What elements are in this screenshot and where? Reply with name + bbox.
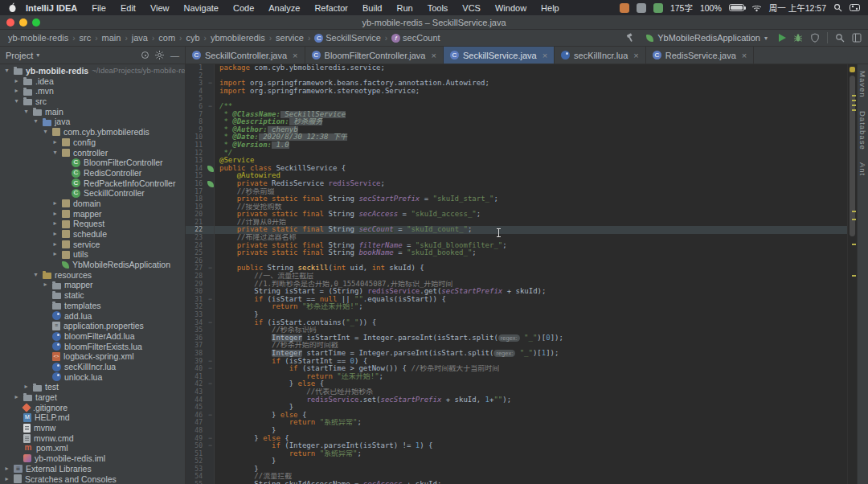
code-text[interactable]: import org.springframework.stereotype.Se…	[215, 88, 847, 96]
tree-item-config[interactable]: ▸config	[0, 137, 185, 148]
tab-close-icon[interactable]: ×	[293, 51, 297, 60]
settings-gear-icon[interactable]	[155, 51, 164, 59]
breadcrumb-item-yb-mobile-redis[interactable]: yb-mobile-redis	[6, 33, 70, 43]
fold-marker[interactable]: –	[208, 296, 211, 304]
tree-item-seckillincr-lua[interactable]: secKillIncr.lua	[0, 362, 185, 372]
warning-stripe-mark[interactable]	[852, 95, 856, 96]
menu-item-code[interactable]: Code	[226, 3, 261, 13]
gutter-line-number[interactable]: 33	[186, 311, 207, 319]
warning-stripe-mark[interactable]	[852, 105, 856, 106]
code-text[interactable]: //计算从0开始	[215, 219, 847, 227]
tab-close-icon[interactable]: ×	[742, 51, 747, 60]
fold-marker[interactable]: –	[208, 358, 211, 366]
build-hammer-icon[interactable]	[625, 33, 635, 43]
gutter-line-number[interactable]: 12	[186, 150, 207, 158]
coverage-button[interactable]	[810, 33, 820, 43]
code-text[interactable]: if (startTime > getNow()) { //秒杀时间戳大于当前时…	[215, 365, 847, 373]
tree-item-bloomfilteradd-lua[interactable]: bloomFilterAdd.lua	[0, 331, 185, 342]
code-text[interactable]	[215, 95, 847, 103]
code-text[interactable]: return "系统异常";	[215, 450, 847, 458]
code-text[interactable]: import org.springframework.beans.factory…	[215, 80, 847, 88]
locate-file-icon[interactable]	[141, 51, 149, 59]
tab-seckillservice-java[interactable]: SeckillService.java×	[444, 47, 555, 64]
tree-item-main[interactable]: ▾main	[0, 107, 185, 117]
gutter-line-number[interactable]: 35	[186, 326, 207, 334]
gutter-line-number[interactable]: 43	[186, 388, 207, 396]
tree-item-ybmobileredisapplication[interactable]: YbMobileRedisApplication	[0, 260, 185, 270]
warning-stripe-mark[interactable]	[852, 211, 856, 212]
code-text[interactable]: * @Version: 1.0	[215, 142, 847, 150]
tree-item-java[interactable]: ▾java	[0, 117, 185, 127]
gutter-line-number[interactable]: 46	[186, 412, 207, 420]
gutter-line-number[interactable]: 1	[186, 64, 207, 72]
gutter-line-number[interactable]: 21	[186, 219, 207, 227]
tree-expand-arrow[interactable]: ▸	[51, 137, 59, 148]
window-minimize-button[interactable]	[19, 18, 27, 27]
code-text[interactable]: }	[215, 457, 847, 466]
code-text[interactable]: public class SeckillService {	[215, 165, 847, 173]
tree-item-utils[interactable]: ▸utils	[0, 249, 185, 260]
gutter-line-number[interactable]: 27	[186, 265, 207, 273]
code-text[interactable]: } else {	[215, 380, 847, 388]
tree-collapse-arrow[interactable]: ▾	[51, 148, 59, 158]
tree-item-yb-mobile-redis-iml[interactable]: yb-mobile-redis.iml	[0, 453, 185, 464]
tree-item-redpacketinfocontroller[interactable]: RedPacketInfoController	[0, 178, 185, 189]
code-text[interactable]: private static final String filterName =…	[215, 242, 847, 250]
tree-item-logback-spring-xml[interactable]: logback-spring.xml	[0, 351, 185, 362]
tree-expand-arrow[interactable]: ▸	[13, 76, 20, 87]
code-text[interactable]: //代表已经开始秒杀	[215, 388, 847, 396]
gutter-line-number[interactable]: 2	[186, 72, 207, 80]
inspections-indicator[interactable]	[850, 67, 855, 72]
gutter-line-number[interactable]: 39	[186, 358, 207, 366]
tree-item-schedule[interactable]: ▸schedule	[0, 229, 185, 240]
gutter-line-number[interactable]: 7	[186, 111, 207, 119]
gutter-line-number[interactable]: 40	[186, 365, 207, 373]
breadcrumb-item-main[interactable]: main	[100, 33, 123, 43]
gutter-line-number[interactable]: 45	[186, 404, 207, 412]
code-text[interactable]: } else {	[215, 412, 847, 420]
spotlight-search-icon[interactable]	[833, 3, 842, 12]
fold-marker[interactable]: –	[208, 442, 211, 450]
code-text[interactable]: private static final String bookName = "…	[215, 249, 847, 257]
tab-bloomfiltercontroller-java[interactable]: BloomFilterController.java×	[305, 47, 444, 64]
fold-marker[interactable]: –	[208, 365, 211, 373]
tree-item-scratches-and-consoles[interactable]: ▸Scratches and Consoles	[0, 474, 185, 484]
tree-expand-arrow[interactable]: ▸	[3, 464, 10, 474]
status-app-icon-2[interactable]	[637, 3, 646, 13]
code-text[interactable]: Integer isStartInt = Integer.parseInt(is…	[215, 334, 847, 342]
bean-gutter-icon[interactable]	[207, 166, 214, 172]
tree-collapse-arrow[interactable]: ▾	[3, 66, 10, 76]
gutter-line-number[interactable]: 10	[186, 133, 207, 142]
gutter-line-number[interactable]: 29	[186, 281, 207, 289]
gutter-line-number[interactable]: 28	[186, 273, 207, 281]
gutter-line-number[interactable]: 25	[186, 249, 207, 257]
code-text[interactable]: * @Date: 2020/8/30 12:38 下午	[215, 133, 847, 142]
breadcrumb-item-java[interactable]: java	[130, 33, 149, 43]
menu-item-edit[interactable]: Edit	[113, 3, 143, 13]
code-text[interactable]: Integer startTime = Integer.parseInt(isS…	[215, 350, 847, 358]
tree-item-domain[interactable]: ▸domain	[0, 199, 185, 209]
breadcrumb-item-com[interactable]: com	[157, 33, 177, 43]
code-text[interactable]: * @ClassName: SeckillService	[215, 111, 847, 119]
gutter-line-number[interactable]: 32	[186, 303, 207, 311]
gutter-line-number[interactable]: 44	[186, 396, 207, 404]
breadcrumb-item-seccount[interactable]: secCount	[390, 33, 441, 43]
code-text[interactable]: @Service	[215, 157, 847, 165]
gutter-line-number[interactable]: 23	[186, 234, 207, 242]
tree-item-yb-mobile-redis[interactable]: ▾yb-mobile-redis ~/IdeaProjects/yb-mobil…	[0, 66, 185, 76]
run-configuration-select[interactable]: YbMobileRedisApplication ▾	[642, 32, 772, 43]
gutter-line-number[interactable]: 36	[186, 334, 207, 342]
tab-redisservice-java[interactable]: RedisService.java×	[646, 47, 754, 64]
menu-item-view[interactable]: View	[143, 3, 177, 13]
menu-item-analyze[interactable]: Analyze	[261, 3, 307, 13]
tree-item-mvnw-cmd[interactable]: mvnw.cmd	[0, 433, 185, 444]
gutter-line-number[interactable]: 47	[186, 419, 207, 427]
code-text[interactable]: if (isStart == null || "".equals(isStart…	[215, 296, 847, 304]
code-text[interactable]: * @Description: 秒杀服务	[215, 118, 847, 126]
apple-menu-icon[interactable]	[8, 2, 17, 13]
code-text[interactable]: if (isStartInt == 0) {	[215, 358, 847, 366]
gutter-line-number[interactable]: 50	[186, 442, 207, 450]
gutter-line-number[interactable]: 6	[186, 103, 207, 111]
gutter-line-number[interactable]: 4	[186, 88, 207, 96]
gutter-line-number[interactable]: 19	[186, 203, 207, 211]
